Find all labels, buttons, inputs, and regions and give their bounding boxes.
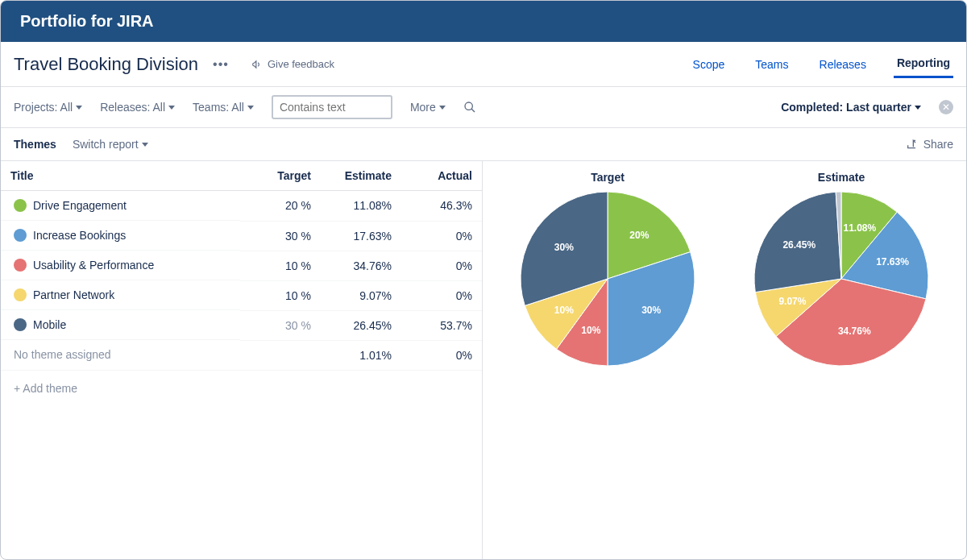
theme-name: Usability & Performance — [33, 259, 154, 272]
theme-name: Mobile — [33, 318, 66, 331]
pie-slice-label: 10% — [554, 305, 574, 316]
table-row-no-theme[interactable]: No theme assigned1.01%0% — [1, 340, 482, 370]
header: Travel Booking Division ••• Give feedbac… — [1, 42, 966, 87]
themes-table: Title Target Estimate Actual Drive Engag… — [1, 161, 482, 371]
pie-slice-label: 17.63% — [876, 256, 909, 268]
switch-report-dropdown[interactable]: Switch report — [73, 138, 148, 151]
theme-color-swatch — [14, 199, 27, 212]
top-bar: Portfolio for JIRA — [1, 1, 966, 42]
pie-slice-label: 26.45% — [782, 239, 816, 251]
share-button[interactable]: Share — [906, 138, 953, 151]
pie-target: 20%30%10%10%30% — [519, 190, 696, 367]
filter-projects[interactable]: Projects: All — [14, 101, 82, 114]
feedback-label: Give feedback — [268, 58, 334, 70]
theme-color-swatch — [14, 229, 27, 242]
tab-teams[interactable]: Teams — [752, 52, 791, 77]
theme-actual: 0% — [401, 221, 482, 251]
svg-point-0 — [465, 102, 472, 110]
nav-tabs: Scope Teams Releases Reporting — [690, 50, 953, 78]
report-sub-bar: Themes Switch report Share — [1, 128, 966, 161]
pie-slice-label: 30% — [641, 305, 661, 316]
pie-estimate: 11.08%17.63%34.76%9.07%26.45% — [753, 190, 930, 367]
pie-slice-label: 10% — [581, 325, 600, 336]
tab-scope[interactable]: Scope — [690, 52, 728, 77]
pie-slice-label: 11.08% — [843, 222, 876, 234]
theme-name: Drive Engagement — [33, 199, 127, 212]
filter-more[interactable]: More — [410, 101, 446, 114]
theme-estimate: 34.76% — [321, 251, 401, 280]
theme-name: Partner Network — [33, 288, 114, 301]
theme-estimate: 17.63% — [321, 221, 401, 251]
col-target: Target — [240, 161, 321, 191]
filter-bar: Projects: All Releases: All Teams: All M… — [1, 87, 966, 128]
svg-line-1 — [471, 109, 475, 112]
pie-slice-label: 20% — [629, 230, 649, 241]
tab-reporting[interactable]: Reporting — [894, 50, 953, 78]
theme-estimate: 26.45% — [321, 310, 401, 340]
chevron-down-icon — [76, 106, 82, 110]
more-actions-icon[interactable]: ••• — [213, 57, 229, 72]
filter-completed[interactable]: Completed: Last quarter — [781, 101, 921, 114]
chevron-down-icon — [168, 106, 175, 110]
themes-label: Themes — [14, 138, 56, 151]
theme-target: 30 % — [240, 310, 321, 340]
theme-estimate: 9.07% — [321, 280, 401, 310]
charts-panel: Target 20%30%10%10%30% Estimate 11.08%17… — [483, 161, 966, 560]
chevron-down-icon — [142, 143, 148, 147]
chart-estimate: Estimate 11.08%17.63%34.76%9.07%26.45% — [741, 171, 942, 367]
theme-actual: 0% — [401, 280, 482, 310]
theme-color-swatch — [14, 288, 27, 301]
theme-target: 10 % — [240, 251, 321, 280]
theme-color-swatch — [14, 259, 27, 272]
chart-estimate-title: Estimate — [741, 171, 942, 184]
chevron-down-icon — [915, 106, 921, 110]
search-icon[interactable] — [463, 101, 476, 114]
theme-name: No theme assigned — [1, 340, 240, 370]
table-row[interactable]: Partner Network10 %9.07%0% — [1, 280, 482, 310]
theme-target: 30 % — [240, 221, 321, 251]
col-title: Title — [1, 161, 240, 191]
pie-slice-label: 30% — [554, 242, 574, 253]
clear-filter-icon[interactable]: ✕ — [939, 100, 953, 114]
chart-target: Target 20%30%10%10%30% — [507, 171, 708, 367]
themes-table-panel: Title Target Estimate Actual Drive Engag… — [1, 161, 483, 560]
chevron-down-icon — [247, 106, 254, 110]
table-row[interactable]: Drive Engagement20 %11.08%46.3% — [1, 191, 482, 222]
tab-releases[interactable]: Releases — [816, 52, 869, 77]
col-estimate: Estimate — [321, 161, 401, 191]
pie-slice-label: 34.76% — [838, 326, 871, 337]
add-theme-button[interactable]: + Add theme — [1, 371, 482, 406]
theme-target: 10 % — [240, 280, 321, 310]
table-row[interactable]: Increase Bookings30 %17.63%0% — [1, 221, 482, 251]
megaphone-icon — [251, 59, 263, 70]
content-area: Title Target Estimate Actual Drive Engag… — [1, 161, 966, 560]
chevron-down-icon — [439, 106, 446, 110]
theme-estimate: 11.08% — [321, 191, 401, 222]
theme-actual: 53.7% — [401, 310, 482, 340]
give-feedback-button[interactable]: Give feedback — [251, 58, 334, 70]
filter-releases[interactable]: Releases: All — [100, 101, 175, 114]
theme-name: Increase Bookings — [33, 229, 126, 242]
theme-actual: 46.3% — [401, 191, 482, 222]
theme-color-swatch — [14, 318, 27, 331]
theme-target: 20 % — [240, 191, 321, 222]
chart-target-title: Target — [507, 171, 708, 184]
filter-teams[interactable]: Teams: All — [193, 101, 254, 114]
pie-slice-label: 9.07% — [778, 296, 806, 307]
app-title: Portfolio for JIRA — [20, 12, 154, 30]
theme-actual: 0% — [401, 251, 482, 280]
table-row[interactable]: Mobile30 %26.45%53.7% — [1, 310, 482, 340]
table-row[interactable]: Usability & Performance10 %34.76%0% — [1, 251, 482, 280]
page-title: Travel Booking Division — [14, 54, 198, 75]
share-icon — [906, 138, 919, 151]
col-actual: Actual — [401, 161, 482, 191]
filter-text-input[interactable] — [272, 95, 392, 119]
